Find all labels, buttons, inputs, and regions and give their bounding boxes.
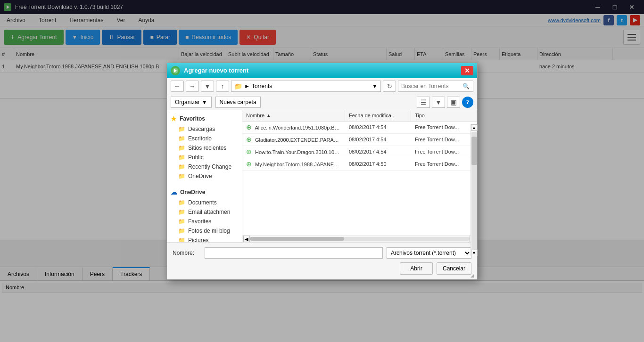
torrent-icon-gladiator: ⊕	[246, 136, 252, 143]
star-icon: ★	[171, 115, 177, 122]
file-panel: Nombre▲ Fecha de modifica... Tipo ⊕ Alic…	[242, 110, 477, 240]
sidebar-item-recently-change[interactable]: 📁 Recently Change	[167, 162, 242, 171]
file-name-howto: How.to.Train.Your.Dragon.2010.1080p.Bl..…	[255, 149, 345, 155]
sidebar-item-label-documents: Documents	[188, 199, 217, 206]
forward-button[interactable]: →	[186, 81, 199, 92]
path-dropdown-icon: ▼	[372, 83, 378, 90]
dialog-titlebar: Agregar nuevo torrent ✕	[167, 63, 477, 78]
sidebar-item-public[interactable]: 📁 Public	[167, 153, 242, 162]
dialog-secondary-toolbar: Organizar ▼ Nueva carpeta ☰ ▼ ▣ ?	[167, 95, 477, 110]
folder-icon-pictures: 📁	[178, 237, 185, 240]
recent-locations-button[interactable]: ▼	[201, 81, 214, 92]
folder-icon-sitios: 📁	[178, 145, 185, 151]
dialog-overlay: Agregar nuevo torrent ✕ ← → ▼ ↑ 📁 ► Torr…	[0, 0, 644, 240]
file-name-alice: Alice.in.Wonderland.1951.1080p.BRRip.x2.…	[255, 125, 345, 130]
sidebar-item-label-recently: Recently Change	[188, 163, 231, 170]
sort-icon: ▲	[266, 113, 271, 118]
sidebar-item-label-sitios: Sitios recientes	[188, 145, 226, 151]
sidebar-item-label-public: Public	[188, 154, 204, 161]
help-button[interactable]: ?	[462, 97, 473, 108]
torrent-icon-neighbor: ⊕	[246, 160, 252, 168]
search-box[interactable]: 🔍	[398, 81, 473, 92]
file-name-gladiator: Gladiator.2000.EXTENDED.PARAMOUNT....	[255, 137, 345, 143]
onedrive-section: ☁ OneDrive 📁 Documents 📁 Email attachmen…	[167, 184, 242, 240]
file-row-alice[interactable]: ⊕ Alice.in.Wonderland.1951.1080p.BRRip.x…	[242, 122, 477, 134]
sidebar-item-descargas[interactable]: 📁 Descargas	[167, 124, 242, 134]
file-col-name[interactable]: Nombre▲	[242, 110, 345, 121]
back-button[interactable]: ←	[171, 81, 184, 92]
organize-chevron: ▼	[202, 99, 207, 106]
dialog-body: ★ Favoritos 📁 Descargas 📁 Escritorio 📁 S…	[167, 110, 477, 240]
sidebar-item-label-onedrive-fav: OneDrive	[188, 173, 212, 179]
sidebar-item-label-email: Email attachmen	[188, 209, 230, 215]
preview-button[interactable]: ▣	[447, 97, 460, 108]
folder-icon-escritorio: 📁	[178, 135, 185, 142]
secondary-toolbar-left: Organizar ▼ Nueva carpeta	[171, 97, 261, 108]
sidebar-scrollbar[interactable]: ▲ ▼	[471, 124, 477, 240]
sidebar-item-sitios[interactable]: 📁 Sitios recientes	[167, 143, 242, 153]
v-scroll-track	[471, 132, 477, 240]
file-cell-date-gladiator: 08/02/2017 4:54	[345, 137, 411, 142]
sidebar-item-escritorio[interactable]: 📁 Escritorio	[167, 134, 242, 143]
sidebar-item-label-favorites: Favorites	[188, 218, 211, 225]
file-cell-name-gladiator: ⊕ Gladiator.2000.EXTENDED.PARAMOUNT....	[242, 136, 345, 143]
file-col-date[interactable]: Fecha de modifica...	[345, 110, 411, 121]
file-cell-type-howto: Free Torrent Dow...	[411, 149, 477, 155]
new-folder-button[interactable]: Nueva carpeta	[215, 97, 261, 108]
folder-icon-fotos: 📁	[178, 228, 185, 234]
sidebar-item-favorites[interactable]: 📁 Favorites	[167, 217, 242, 226]
sidebar-item-label-escritorio: Escritorio	[188, 135, 212, 142]
h-scroll-track	[250, 237, 470, 240]
refresh-button[interactable]: ↻	[383, 81, 396, 92]
file-col-headers: Nombre▲ Fecha de modifica... Tipo	[242, 110, 477, 122]
sidebar-item-fotos[interactable]: 📁 Fotos de mi blog	[167, 226, 242, 236]
h-scrollbar[interactable]: ◀ ▶	[242, 236, 477, 240]
file-cell-type-neighbor: Free Torrent Dow...	[411, 161, 477, 167]
v-scroll-thumb[interactable]	[471, 137, 477, 165]
h-scroll-thumb[interactable]	[250, 237, 344, 240]
folder-icon-favorites: 📁	[178, 218, 185, 225]
sidebar-item-pictures[interactable]: 📁 Pictures	[167, 236, 242, 240]
scroll-up-button[interactable]: ▲	[471, 124, 478, 131]
file-name-neighbor: My.Neighbor.Totoro.1988.JAPANESE.AN...	[255, 162, 345, 167]
sidebar-item-email[interactable]: 📁 Email attachmen	[167, 207, 242, 217]
file-cell-name-alice: ⊕ Alice.in.Wonderland.1951.1080p.BRRip.x…	[242, 123, 345, 131]
file-cell-name-neighbor: ⊕ My.Neighbor.Totoro.1988.JAPANESE.AN...	[242, 160, 345, 168]
onedrive-label: OneDrive	[180, 189, 205, 195]
up-button[interactable]: ↑	[216, 81, 229, 92]
dialog-icon	[171, 66, 180, 75]
favorites-label: Favoritos	[180, 115, 205, 122]
scroll-left-button[interactable]: ◀	[243, 236, 250, 240]
sidebar-item-label-descargas: Descargas	[188, 126, 215, 132]
onedrive-header[interactable]: ☁ OneDrive	[167, 187, 242, 198]
file-cell-type-gladiator: Free Torrent Dow...	[411, 137, 477, 142]
file-col-type[interactable]: Tipo	[411, 110, 477, 121]
folder-icon-email: 📁	[178, 209, 185, 215]
file-row-howto[interactable]: ⊕ How.to.Train.Your.Dragon.2010.1080p.Bl…	[242, 146, 477, 158]
file-row-neighbor[interactable]: ⊕ My.Neighbor.Totoro.1988.JAPANESE.AN...…	[242, 158, 477, 171]
sidebar-panel: ★ Favoritos 📁 Descargas 📁 Escritorio 📁 S…	[167, 110, 242, 240]
folder-icon-documents: 📁	[178, 199, 185, 206]
file-col-name-text: Nombre	[246, 113, 264, 118]
file-row-gladiator[interactable]: ⊕ Gladiator.2000.EXTENDED.PARAMOUNT.... …	[242, 134, 477, 146]
dialog-title: Agregar nuevo torrent	[184, 67, 248, 74]
favorites-header[interactable]: ★ Favoritos	[167, 113, 242, 124]
sidebar-item-label-fotos: Fotos de mi blog	[188, 228, 230, 234]
folder-icon-public: 📁	[178, 154, 185, 161]
folder-icon-recently: 📁	[178, 163, 185, 170]
file-cell-date-howto: 08/02/2017 4:54	[345, 149, 411, 155]
path-separator: ►	[244, 83, 250, 90]
path-text: Torrents	[252, 83, 272, 90]
view-controls: ☰ ▼ ▣ ?	[417, 97, 473, 108]
path-bar[interactable]: 📁 ► Torrents ▼	[231, 81, 381, 92]
cloud-icon: ☁	[171, 188, 177, 196]
folder-icon-descargas: 📁	[178, 126, 185, 132]
view-dropdown-button[interactable]: ▼	[432, 97, 445, 108]
search-input[interactable]	[401, 83, 462, 90]
sidebar-item-onedrive-fav[interactable]: 📁 OneDrive	[167, 171, 242, 181]
sidebar-item-documents[interactable]: 📁 Documents	[167, 198, 242, 207]
view-list-button[interactable]: ☰	[417, 97, 430, 108]
organize-button[interactable]: Organizar ▼	[171, 97, 212, 108]
file-list: ⊕ Alice.in.Wonderland.1951.1080p.BRRip.x…	[242, 122, 477, 236]
dialog-close-button[interactable]: ✕	[461, 66, 473, 75]
